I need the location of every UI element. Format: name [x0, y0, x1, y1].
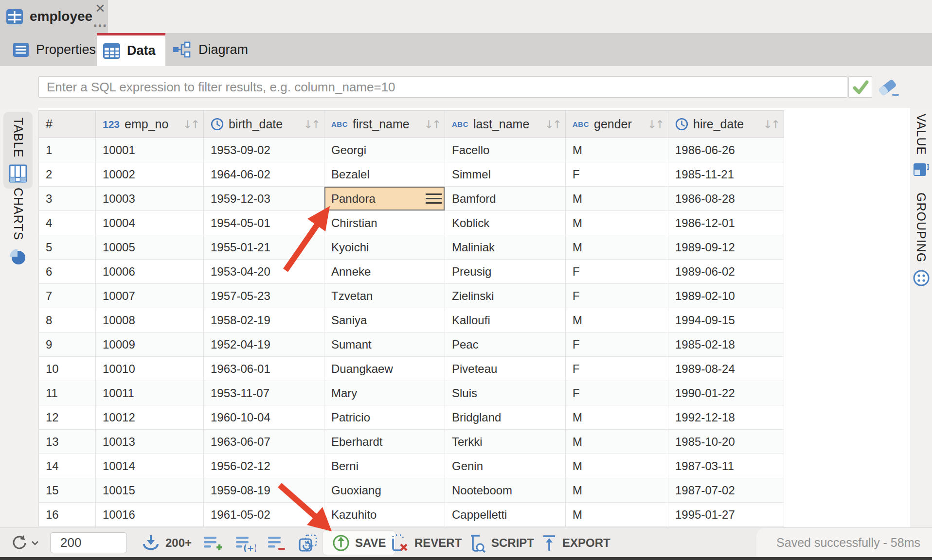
column-header-birth_date[interactable]: birth_date↓↑: [204, 111, 324, 138]
row-number-cell[interactable]: 13: [39, 430, 96, 454]
row-number-cell[interactable]: 9: [39, 332, 96, 357]
grid-cell[interactable]: 1995-01-27: [668, 503, 784, 527]
row-number-cell[interactable]: 2: [39, 162, 96, 187]
grid-cell[interactable]: 1961-05-02: [204, 503, 324, 527]
column-header-last_name[interactable]: ABClast_name↓↑: [445, 111, 566, 138]
grid-cell[interactable]: Sumant: [324, 332, 445, 357]
grid-cell[interactable]: M: [566, 454, 668, 478]
grid-cell[interactable]: 1963-06-07: [204, 430, 324, 454]
sort-toggle-icon[interactable]: ↓↑: [424, 118, 440, 131]
save-button[interactable]: SAVE: [323, 531, 395, 555]
grid-cell[interactable]: Cappelletti: [445, 503, 566, 527]
grid-cell[interactable]: 1953-11-07: [204, 381, 324, 405]
add-row-button[interactable]: [202, 528, 222, 558]
grid-cell[interactable]: 10015: [96, 478, 204, 503]
grid-cell[interactable]: 10001: [96, 138, 204, 162]
grid-cell[interactable]: 10005: [96, 235, 204, 260]
grid-cell[interactable]: 1990-01-22: [668, 381, 784, 405]
column-header-emp_no[interactable]: 123emp_no↓↑: [96, 111, 204, 138]
grid-cell[interactable]: 1964-06-02: [204, 162, 324, 187]
panel-grouping[interactable]: GROUPING: [910, 192, 932, 287]
grid-cell[interactable]: Zielinski: [445, 284, 566, 308]
grid-cell[interactable]: M: [566, 211, 668, 235]
sort-toggle-icon[interactable]: ↓↑: [647, 118, 663, 131]
tab-properties[interactable]: Properties: [0, 33, 97, 66]
grid-cell[interactable]: 1960-10-04: [204, 405, 324, 430]
grid-cell[interactable]: F: [566, 381, 668, 405]
row-number-cell[interactable]: 15: [39, 478, 96, 503]
grid-cell[interactable]: Kalloufi: [445, 308, 566, 332]
grid-cell[interactable]: 10002: [96, 162, 204, 187]
row-number-cell[interactable]: 8: [39, 308, 96, 332]
grid-cell[interactable]: Bridgland: [445, 405, 566, 430]
grid-cell[interactable]: Piveteau: [445, 357, 566, 381]
row-number-cell[interactable]: 10: [39, 357, 96, 381]
cell-menu-icon[interactable]: [426, 193, 442, 204]
grid-cell[interactable]: 1987-03-11: [668, 454, 784, 478]
delete-row-button[interactable]: [267, 528, 286, 558]
column-header-first_name[interactable]: ABCfirst_name↓↑: [324, 111, 445, 138]
grid-cell[interactable]: Peac: [445, 332, 566, 357]
grid-cell[interactable]: 1963-06-01: [204, 357, 324, 381]
grid-cell[interactable]: 10006: [96, 260, 204, 284]
grid-cell[interactable]: Guoxiang: [324, 478, 445, 503]
script-button[interactable]: SCRIPT: [466, 528, 534, 558]
grid-cell[interactable]: 10008: [96, 308, 204, 332]
grid-cell[interactable]: Kyoichi: [324, 235, 445, 260]
grid-cell[interactable]: M: [566, 503, 668, 527]
grid-cell[interactable]: 1986-06-26: [668, 138, 784, 162]
grid-cell[interactable]: F: [566, 162, 668, 187]
grid-cell[interactable]: 1992-12-18: [668, 405, 784, 430]
tab-data[interactable]: Data: [97, 33, 165, 66]
grid-cell[interactable]: 1953-04-20: [204, 260, 324, 284]
grid-cell[interactable]: Kazuhito: [324, 503, 445, 527]
sort-toggle-icon[interactable]: ↓↑: [544, 118, 560, 131]
grid-cell[interactable]: 1959-12-03: [204, 187, 324, 211]
grid-cell[interactable]: 10014: [96, 454, 204, 478]
grid-cell[interactable]: 10010: [96, 357, 204, 381]
grid-cell[interactable]: Berni: [324, 454, 445, 478]
grid-cell[interactable]: 1987-07-02: [668, 478, 784, 503]
grid-cell[interactable]: M: [566, 138, 668, 162]
column-header-hire_date[interactable]: hire_date↓↑: [668, 111, 784, 138]
grid-cell[interactable]: Anneke: [324, 260, 445, 284]
grid-cell[interactable]: 10009: [96, 332, 204, 357]
grid-cell[interactable]: 1957-05-23: [204, 284, 324, 308]
sort-toggle-icon[interactable]: ↓↑: [182, 118, 198, 131]
sql-filter-input[interactable]: [38, 76, 847, 98]
row-number-cell[interactable]: 4: [39, 211, 96, 235]
panel-table[interactable]: TABLE: [3, 112, 33, 189]
duplicate-row-button[interactable]: (+): [234, 528, 256, 558]
grid-cell[interactable]: Chirstian: [324, 211, 445, 235]
grid-cell[interactable]: Maliniak: [445, 235, 566, 260]
refresh-button[interactable]: [11, 528, 39, 558]
grid-cell[interactable]: Eberhardt: [324, 430, 445, 454]
grid-cell[interactable]: 1985-11-21: [668, 162, 784, 187]
grid-cell[interactable]: 1985-10-20: [668, 430, 784, 454]
grid-cell[interactable]: 10012: [96, 405, 204, 430]
grid-cell[interactable]: F: [566, 260, 668, 284]
sort-toggle-icon[interactable]: ↓↑: [763, 118, 779, 131]
grid-cell[interactable]: 10011: [96, 381, 204, 405]
grid-cell[interactable]: M: [566, 187, 668, 211]
grid-cell[interactable]: Mary: [324, 381, 445, 405]
row-number-cell[interactable]: 1: [39, 138, 96, 162]
selected-grid-cell[interactable]: Pandora: [324, 187, 445, 211]
editor-tab-employee[interactable]: employee: [0, 0, 108, 33]
grid-cell[interactable]: 1989-06-02: [668, 260, 784, 284]
grid-cell[interactable]: 1952-04-19: [204, 332, 324, 357]
grid-cell[interactable]: Bamford: [445, 187, 566, 211]
grid-cell[interactable]: Bezalel: [324, 162, 445, 187]
grid-cell[interactable]: 1986-12-01: [668, 211, 784, 235]
grid-cell[interactable]: 1989-09-12: [668, 235, 784, 260]
grid-cell[interactable]: F: [566, 357, 668, 381]
grid-cell[interactable]: Simmel: [445, 162, 566, 187]
row-number-cell[interactable]: 14: [39, 454, 96, 478]
grid-cell[interactable]: Tzvetan: [324, 284, 445, 308]
row-number-cell[interactable]: 5: [39, 235, 96, 260]
row-number-cell[interactable]: 7: [39, 284, 96, 308]
apply-filter-button[interactable]: [848, 76, 872, 98]
grid-cell[interactable]: M: [566, 405, 668, 430]
grid-cell[interactable]: F: [566, 332, 668, 357]
grid-cell[interactable]: 1986-08-28: [668, 187, 784, 211]
